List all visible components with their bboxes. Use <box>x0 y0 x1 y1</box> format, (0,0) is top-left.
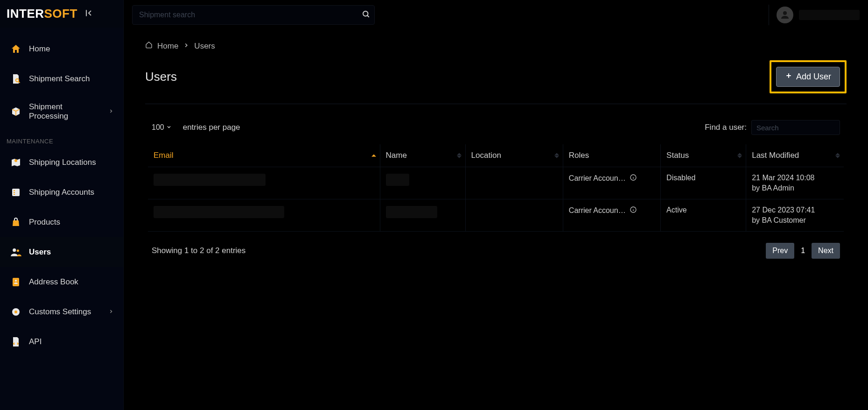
chevron-down-icon <box>166 123 172 132</box>
add-user-button[interactable]: Add User <box>776 67 840 87</box>
page-current: 1 <box>798 247 808 255</box>
col-status[interactable]: Status <box>661 144 746 167</box>
info-icon[interactable] <box>630 206 637 215</box>
cell-status: Disabled <box>666 174 695 182</box>
sidebar-section-maintenance: MAINTENANCE <box>0 129 123 148</box>
table-controls: 100 entries per page Find a user: <box>145 120 847 144</box>
home-icon <box>145 41 153 51</box>
main: Home Users Users Add User <box>124 0 868 410</box>
sort-icon <box>371 155 376 157</box>
sort-icon <box>457 153 462 158</box>
col-roles[interactable]: Roles <box>563 144 660 167</box>
logo-part1: INTER <box>7 7 44 21</box>
sidebar-item-shipping-locations[interactable]: Shipping Locations <box>0 148 123 177</box>
cell-last-date: 27 Dec 2023 07:41 <box>752 206 838 214</box>
user-name[interactable] <box>799 10 860 20</box>
page-size-value: 100 <box>152 123 164 132</box>
sidebar-item-api[interactable]: API <box>0 327 123 357</box>
page-title: Users <box>145 70 177 84</box>
sidebar-item-label: Products <box>29 218 60 227</box>
plus-icon <box>785 72 792 82</box>
sidebar-collapse-icon[interactable] <box>84 8 93 20</box>
col-label: Last Modified <box>752 151 799 160</box>
svg-rect-4 <box>14 192 15 193</box>
cell-email <box>154 174 266 186</box>
find-user-label: Find a user: <box>705 123 747 132</box>
sidebar-item-customs-settings[interactable]: Customs Settings <box>0 297 123 327</box>
svg-point-13 <box>783 11 787 15</box>
sort-icon <box>737 153 742 158</box>
find-user-input[interactable] <box>751 120 840 135</box>
home-icon <box>9 42 22 56</box>
cell-last-by: by BA Admin <box>752 184 838 192</box>
sidebar-item-label: Address Book <box>29 277 78 287</box>
breadcrumb-current: Users <box>194 42 215 51</box>
file-code-icon <box>9 335 22 348</box>
cell-email <box>154 206 284 218</box>
col-label: Name <box>386 151 407 160</box>
sidebar-item-users[interactable]: Users <box>0 237 123 267</box>
map-pin-icon <box>9 156 22 169</box>
topbar-divider <box>769 5 769 25</box>
bag-icon <box>9 216 22 229</box>
cell-name <box>386 174 409 186</box>
breadcrumb: Home Users <box>145 38 847 60</box>
sidebar-item-products[interactable]: Products <box>0 207 123 237</box>
cell-status: Active <box>666 206 687 214</box>
logo-bar: INTERSOFT <box>0 0 123 28</box>
content: Home Users Users Add User <box>124 30 868 270</box>
shipment-search-input[interactable] <box>132 5 375 25</box>
col-email[interactable]: Email <box>148 144 380 167</box>
svg-rect-2 <box>12 189 20 196</box>
info-icon[interactable] <box>630 174 637 183</box>
search-wrap <box>132 5 375 25</box>
logo: INTERSOFT <box>7 7 77 21</box>
col-label: Email <box>154 151 174 160</box>
users-table-wrap: Email Name Location <box>145 144 847 232</box>
sidebar-item-address-book[interactable]: Address Book <box>0 267 123 297</box>
sidebar-item-shipment-processing[interactable]: Shipment Processing <box>0 94 123 129</box>
col-label: Location <box>471 151 501 160</box>
cell-last-by: by BA Customer <box>752 216 838 225</box>
breadcrumb-home[interactable]: Home <box>157 42 178 51</box>
svg-point-1 <box>14 159 17 162</box>
topbar <box>124 0 868 30</box>
sidebar-item-shipping-accounts[interactable]: Shipping Accounts <box>0 177 123 207</box>
sort-icon <box>554 153 559 158</box>
chevron-right-icon <box>108 307 114 317</box>
sidebar-item-label: Shipping Locations <box>29 158 96 167</box>
list-icon <box>9 186 22 199</box>
col-location[interactable]: Location <box>465 144 563 167</box>
col-last-modified[interactable]: Last Modified <box>746 144 844 167</box>
search-icon[interactable] <box>362 10 370 20</box>
gear-icon <box>9 305 22 318</box>
svg-point-9 <box>15 280 17 282</box>
col-name[interactable]: Name <box>380 144 465 167</box>
users-table: Email Name Location <box>148 144 844 232</box>
book-icon <box>9 276 22 289</box>
cell-name <box>386 206 437 218</box>
svg-point-12 <box>363 11 368 16</box>
prev-button[interactable]: Prev <box>766 243 794 259</box>
add-user-label: Add User <box>796 72 831 82</box>
sidebar-item-label: Users <box>29 247 51 257</box>
sidebar-item-label: Shipment Search <box>29 74 90 84</box>
primary-nav: Home Shipment Search Shipment Processing… <box>0 28 123 357</box>
col-label: Status <box>666 151 689 160</box>
sidebar-item-label: Shipping Accounts <box>29 188 94 197</box>
svg-point-6 <box>13 248 16 252</box>
page-size-select[interactable]: 100 <box>152 123 172 132</box>
entries-per-page-label: entries per page <box>183 123 240 132</box>
file-search-icon <box>9 72 22 85</box>
table-row[interactable]: Carrier Accoun… Active 27 Dec 2023 07:41… <box>148 199 844 232</box>
cell-roles: Carrier Accoun… <box>569 206 626 215</box>
svg-rect-3 <box>14 190 15 191</box>
next-button[interactable]: Next <box>812 243 840 259</box>
sidebar-item-label: Customs Settings <box>29 307 91 317</box>
avatar[interactable] <box>777 7 793 23</box>
cell-roles: Carrier Accoun… <box>569 174 626 183</box>
sidebar-item-home[interactable]: Home <box>0 34 123 64</box>
table-row[interactable]: Carrier Accoun… Disabled 21 Mar 2024 10:… <box>148 167 844 199</box>
pager: Prev 1 Next <box>766 243 840 259</box>
sidebar-item-shipment-search[interactable]: Shipment Search <box>0 64 123 94</box>
